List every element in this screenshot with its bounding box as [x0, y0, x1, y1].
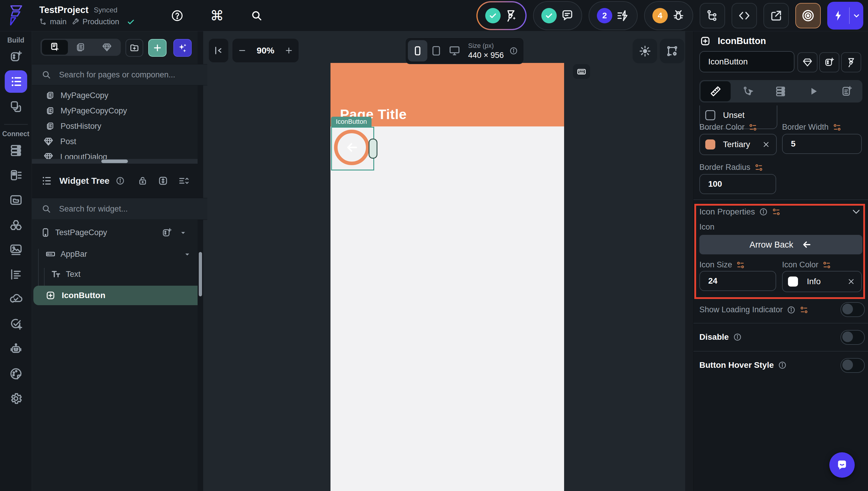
tree-node-text[interactable]: Text [51, 269, 81, 280]
widget-search[interactable] [32, 198, 207, 220]
disable-toggle[interactable] [841, 330, 865, 345]
selection-outline[interactable] [331, 127, 374, 170]
size-value[interactable]: 440 × 956 [468, 51, 504, 60]
nav-tests-button[interactable] [0, 312, 32, 337]
nav-custom-code-button[interactable] [0, 262, 32, 287]
chevron-down-icon[interactable] [184, 251, 190, 258]
panel-scrollbar[interactable] [198, 31, 203, 491]
open-app-button[interactable] [764, 3, 789, 28]
set-from-variable-icon[interactable] [800, 306, 809, 314]
phone-preview[interactable]: Page Title IconButton [330, 63, 564, 491]
widget-name-input[interactable] [699, 51, 795, 73]
list-item-component[interactable]: Post [32, 134, 198, 149]
device-desktop-tab[interactable] [445, 45, 464, 57]
ai-edit-button[interactable] [841, 52, 861, 73]
environment-name[interactable]: Production [82, 17, 119, 26]
icon-color-picker[interactable]: Info [782, 271, 862, 292]
keyboard-toggle-button[interactable] [573, 64, 590, 79]
device-tablet-tab[interactable] [427, 45, 445, 56]
nav-ai-agent-button[interactable] [0, 337, 32, 361]
show-loading-toggle[interactable] [841, 302, 865, 317]
design-canvas[interactable]: Page Title IconButton 90% [203, 31, 693, 491]
chevron-down-icon[interactable] [180, 230, 186, 236]
canvas-settings-button[interactable] [660, 39, 684, 63]
tree-node-page[interactable]: TestPageCopy [40, 228, 107, 237]
help-button[interactable] [171, 9, 184, 22]
collapse-panel-button[interactable] [209, 39, 228, 62]
info-icon[interactable] [116, 176, 125, 185]
tab-actions[interactable] [738, 81, 758, 101]
icon-size-input[interactable] [699, 271, 776, 291]
widget-search-input[interactable] [58, 204, 178, 214]
nav-widget-tree-button[interactable] [0, 69, 32, 94]
light-mode-button[interactable] [633, 39, 657, 63]
preview-mode-button[interactable] [795, 3, 821, 28]
add-widget-icon[interactable] [161, 228, 172, 238]
add-page-button[interactable] [148, 39, 167, 57]
nav-media-button[interactable] [0, 237, 32, 262]
ai-generate-page-button[interactable] [173, 39, 192, 57]
scrollbar-thumb[interactable] [199, 252, 202, 296]
expand-vertical-icon[interactable] [157, 175, 169, 186]
icon-properties-header[interactable]: Icon Properties [699, 207, 781, 216]
issues-badge[interactable]: 4 [644, 1, 693, 30]
pages-search-input[interactable] [58, 70, 178, 80]
shortcuts-button[interactable]: ⌘ [210, 9, 224, 23]
list-item-page[interactable]: MyPageCopy [32, 88, 198, 103]
tree-node-iconbutton-selected[interactable]: IconButton [33, 286, 198, 305]
scrollbar-thumb[interactable] [101, 160, 128, 163]
nav-settings-button[interactable] [0, 386, 32, 411]
tab-documentation[interactable] [835, 81, 858, 101]
run-options-button[interactable] [850, 11, 863, 20]
nav-database-button[interactable] [0, 138, 32, 163]
nav-components-button[interactable] [0, 94, 32, 119]
filter-pages-tab[interactable] [68, 40, 94, 55]
info-icon[interactable] [787, 306, 796, 314]
info-icon[interactable] [759, 207, 768, 216]
iconbutton-widget[interactable] [334, 130, 369, 165]
tab-properties[interactable] [700, 81, 731, 101]
support-chat-button[interactable] [829, 452, 855, 478]
border-color-picker[interactable]: Tertiary [699, 134, 777, 155]
set-from-variable-icon[interactable] [736, 261, 745, 269]
save-as-widget-button[interactable] [819, 52, 839, 73]
zoom-in-button[interactable] [285, 46, 293, 55]
canvas-scrollbar[interactable] [685, 31, 693, 491]
border-radius-input[interactable] [699, 174, 776, 194]
clear-icon[interactable] [847, 278, 855, 286]
set-from-variable-icon[interactable] [755, 164, 764, 171]
filter-all-tab[interactable] [42, 40, 68, 55]
branch-name[interactable]: main [50, 17, 66, 26]
resize-handle[interactable] [368, 139, 378, 158]
info-icon[interactable] [733, 333, 742, 342]
set-from-variable-icon[interactable] [833, 123, 842, 131]
tab-animations[interactable] [803, 81, 824, 101]
info-icon[interactable] [778, 361, 787, 370]
pages-search[interactable] [32, 64, 207, 85]
zoom-out-button[interactable] [238, 46, 247, 55]
button-hover-toggle[interactable] [841, 358, 865, 373]
actions-badge[interactable]: 2 [589, 1, 638, 30]
pages-scrollbar[interactable] [32, 159, 198, 164]
collapse-section-chevron-icon[interactable] [851, 206, 861, 216]
comments-badge[interactable] [533, 1, 582, 30]
search-button[interactable] [250, 9, 263, 22]
convert-to-component-button[interactable] [798, 52, 817, 73]
device-phone-tab[interactable] [408, 40, 427, 61]
info-icon[interactable] [509, 47, 518, 55]
app-logo[interactable] [0, 4, 32, 27]
nav-storage-button[interactable] [0, 187, 32, 212]
nav-theme-button[interactable] [0, 361, 32, 386]
add-folder-button[interactable] [125, 39, 143, 57]
tree-node-appbar[interactable]: AppBar [45, 249, 87, 259]
branching-button[interactable] [700, 3, 725, 28]
set-from-variable-icon[interactable] [749, 123, 757, 131]
zoom-level[interactable]: 90% [257, 46, 274, 56]
nav-add-page-button[interactable] [0, 44, 32, 69]
border-width-input[interactable] [782, 134, 862, 154]
project-status-badge[interactable] [478, 2, 526, 29]
filter-components-tab[interactable] [94, 40, 120, 55]
set-from-variable-icon[interactable] [772, 208, 781, 216]
color-swatch-tertiary[interactable] [705, 139, 715, 149]
collapse-all-icon[interactable] [178, 175, 189, 186]
